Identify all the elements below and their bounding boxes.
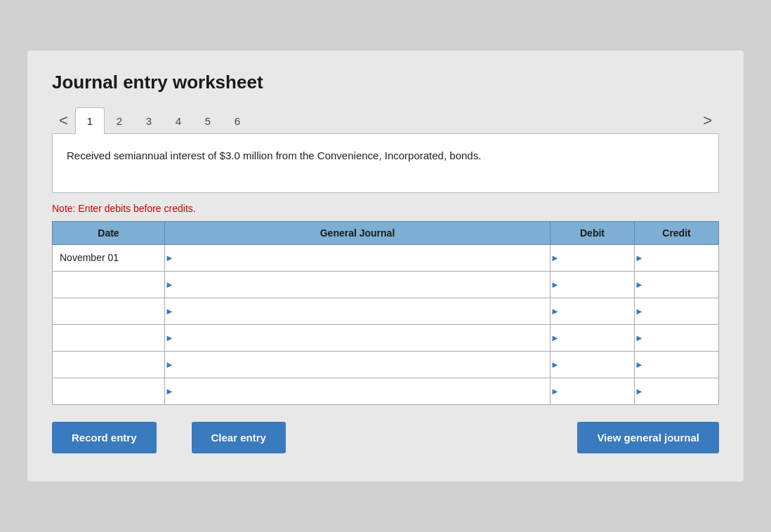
arrow-icon-d4: ►	[551, 333, 560, 343]
table-row: November 01 ► ► ►	[53, 244, 719, 271]
view-journal-button[interactable]: View general journal	[577, 422, 719, 453]
date-cell-6	[53, 378, 165, 404]
credit-cell-1[interactable]: ►	[635, 244, 719, 271]
tab-1[interactable]: 1	[75, 107, 105, 134]
debit-input-5[interactable]	[560, 352, 634, 378]
credit-input-1[interactable]	[645, 245, 718, 271]
journal-cell-3[interactable]: ►	[165, 298, 551, 324]
arrow-icon-d3: ►	[551, 306, 560, 317]
debit-cell-3[interactable]: ►	[551, 298, 635, 324]
debit-cell-1[interactable]: ►	[551, 244, 635, 271]
credit-cell-3[interactable]: ►	[635, 298, 719, 324]
journal-cell-6[interactable]: ►	[165, 378, 551, 404]
arrow-icon-2: ►	[165, 279, 174, 290]
journal-input-2[interactable]	[175, 272, 550, 298]
credit-input-2[interactable]	[645, 272, 718, 298]
clear-entry-button[interactable]: Clear entry	[192, 422, 286, 453]
tab-4[interactable]: 4	[164, 107, 193, 134]
record-entry-button[interactable]: Record entry	[52, 422, 157, 453]
credit-cell-6[interactable]: ►	[635, 378, 719, 404]
journal-cell-2[interactable]: ►	[165, 271, 551, 298]
arrow-icon-c3: ►	[635, 306, 644, 317]
buttons-row: Record entry Clear entry View general jo…	[52, 422, 719, 453]
credit-cell-2[interactable]: ►	[635, 271, 719, 298]
date-cell-2	[53, 271, 165, 298]
tabs-bar: < 1 2 3 4 5 6 >	[52, 107, 719, 134]
credit-cell-4[interactable]: ►	[635, 324, 719, 351]
journal-input-1[interactable]	[175, 245, 550, 271]
debit-cell-6[interactable]: ►	[551, 378, 635, 404]
credit-input-4[interactable]	[645, 325, 718, 351]
debit-input-3[interactable]	[560, 298, 634, 324]
col-header-credit: Credit	[635, 221, 719, 244]
arrow-icon-d2: ►	[551, 279, 560, 290]
credit-input-3[interactable]	[645, 298, 718, 324]
arrow-icon-c4: ►	[635, 333, 644, 343]
arrow-icon-6: ►	[165, 386, 174, 397]
arrow-icon-5: ►	[165, 359, 174, 370]
table-row: ► ► ►	[53, 351, 719, 378]
debit-cell-4[interactable]: ►	[551, 324, 635, 351]
arrow-icon-c6: ►	[635, 386, 644, 397]
date-cell-5	[53, 351, 165, 378]
note-text: Note: Enter debits before credits.	[52, 203, 719, 214]
journal-table: Date General Journal Debit Credit Novemb…	[52, 221, 719, 405]
col-header-date: Date	[53, 221, 165, 244]
table-row: ► ► ►	[53, 324, 719, 351]
journal-input-3[interactable]	[175, 298, 550, 324]
col-header-debit: Debit	[551, 221, 635, 244]
tab-6[interactable]: 6	[223, 107, 252, 134]
credit-input-6[interactable]	[645, 378, 718, 404]
debit-input-6[interactable]	[560, 378, 634, 404]
tab-3[interactable]: 3	[134, 107, 164, 134]
main-container: Journal entry worksheet < 1 2 3 4 5 6 > …	[27, 51, 744, 481]
arrow-icon-d1: ►	[551, 253, 560, 263]
date-cell-1: November 01	[53, 244, 165, 271]
credit-input-5[interactable]	[645, 352, 718, 378]
page-title: Journal entry worksheet	[52, 72, 719, 93]
journal-cell-1[interactable]: ►	[165, 244, 551, 271]
arrow-icon-d5: ►	[551, 359, 560, 370]
next-arrow[interactable]: >	[696, 107, 719, 134]
table-row: ► ► ►	[53, 271, 719, 298]
tab-2[interactable]: 2	[105, 107, 134, 134]
debit-input-1[interactable]	[560, 245, 634, 271]
journal-input-4[interactable]	[175, 325, 550, 351]
debit-cell-5[interactable]: ►	[551, 351, 635, 378]
arrow-icon-c1: ►	[635, 253, 644, 263]
col-header-journal: General Journal	[165, 221, 551, 244]
journal-cell-4[interactable]: ►	[165, 324, 551, 351]
date-cell-3	[53, 298, 165, 324]
date-cell-4	[53, 324, 165, 351]
table-row: ► ► ►	[53, 298, 719, 324]
prev-arrow[interactable]: <	[52, 107, 75, 134]
arrow-icon-1: ►	[165, 253, 174, 263]
journal-input-5[interactable]	[175, 352, 550, 378]
description-text: Received semiannual interest of $3.0 mil…	[67, 149, 481, 161]
description-box: Received semiannual interest of $3.0 mil…	[52, 133, 719, 193]
debit-input-4[interactable]	[560, 325, 634, 351]
credit-cell-5[interactable]: ►	[635, 351, 719, 378]
journal-cell-5[interactable]: ►	[165, 351, 551, 378]
arrow-icon-3: ►	[165, 306, 174, 317]
debit-cell-2[interactable]: ►	[551, 271, 635, 298]
journal-input-6[interactable]	[175, 378, 550, 404]
arrow-icon-c5: ►	[635, 359, 644, 370]
arrow-icon-c2: ►	[635, 279, 644, 290]
arrow-icon-d6: ►	[551, 386, 560, 397]
debit-input-2[interactable]	[560, 272, 634, 298]
table-row: ► ► ►	[53, 378, 719, 404]
arrow-icon-4: ►	[165, 333, 174, 343]
tab-5[interactable]: 5	[193, 107, 223, 134]
